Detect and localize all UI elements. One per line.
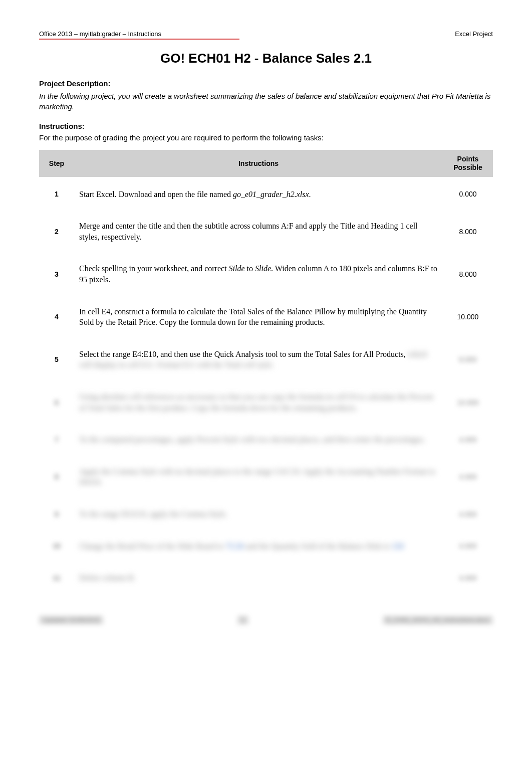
table-row: 3 Check spelling in your worksheet, and …	[39, 254, 493, 294]
page-header: Office 2013 – myitlab:grader – Instructi…	[39, 30, 493, 38]
table-row: 5 Select the range E4:E10, and then use …	[39, 340, 493, 379]
instr-text: .	[309, 190, 311, 199]
instr-emphasis: Slide	[255, 264, 271, 273]
header-underline	[39, 39, 239, 40]
instr-text: Select the range E4:E10, and then use th…	[79, 350, 406, 358]
instr-value: 75.50	[226, 542, 244, 550]
step-instruction: To the computed percentages, apply Perce…	[74, 425, 443, 454]
step-instruction: Check spelling in your worksheet, and co…	[74, 254, 443, 294]
step-instruction: Delete column B.	[74, 563, 443, 593]
table-row: 11 Delete column B. 4.000	[39, 563, 493, 593]
points-hidden: 4.000	[459, 574, 476, 582]
table-row: 1 Start Excel. Download and open the fil…	[39, 180, 493, 209]
instr-hidden-text: Apply the Comma Style with no decimal pl…	[79, 467, 435, 487]
step-points: 4.000	[443, 532, 493, 561]
steps-table: Step Instructions Points Possible 1 Star…	[39, 147, 493, 596]
step-number: 7	[39, 425, 74, 454]
points-hidden: 4.000	[459, 510, 476, 518]
table-row: 7 To the computed percentages, apply Per…	[39, 425, 493, 454]
step-num-hidden: 7	[55, 436, 59, 444]
step-number: 11	[39, 563, 74, 593]
table-row: 2 Merge and center the title and then th…	[39, 212, 493, 251]
step-instruction: Change the Retail Price of the Slide Boa…	[74, 532, 443, 561]
step-number: 3	[39, 254, 74, 294]
step-points: 10.000	[443, 382, 493, 422]
document-title: GO! ECH01 H2 - Balance Sales 2.1	[39, 51, 493, 66]
points-label-line2: Possible	[453, 163, 482, 171]
table-row: 9 To the range D5:E10, apply the Comma S…	[39, 500, 493, 529]
step-number: 8	[39, 457, 74, 497]
footer-right: E_CH01_GOV1_H2_Instructions.docx	[383, 616, 493, 625]
instr-text: Start Excel. Download and open the file …	[79, 190, 233, 199]
header-left-text: Office 2013 – myitlab:grader – Instructi…	[39, 30, 161, 38]
page-footer: Updated: 01/08/2015 1 E_CH01_GOV1_H2_Ins…	[39, 616, 493, 625]
points-hidden: 8.000	[459, 355, 476, 363]
table-row: 4 In cell E4, construct a formula to cal…	[39, 297, 493, 337]
table-row: 10 Change the Retail Price of the Slide …	[39, 532, 493, 561]
table-header-row: Step Instructions Points Possible	[39, 150, 493, 177]
instr-text: to	[245, 264, 255, 273]
step-number: 9	[39, 500, 74, 529]
step-instruction: Apply the Comma Style with no decimal pl…	[74, 457, 443, 497]
step-number: 5	[39, 340, 74, 379]
table-row: 6 Using absolute cell references as nece…	[39, 382, 493, 422]
step-num-hidden: 9	[55, 510, 59, 518]
project-description-heading: Project Description:	[39, 79, 493, 88]
instr-hidden-text: To the range D5:E10, apply the Comma Sty…	[79, 510, 227, 518]
step-points: 8.000	[443, 254, 493, 294]
instr-value: 150	[392, 542, 404, 550]
step-number: 2	[39, 212, 74, 251]
instr-text: and the Quantity Sold of the Balance Dis…	[244, 542, 392, 550]
step-instruction: Merge and center the title and then the …	[74, 212, 443, 251]
step-points: 4.000	[443, 425, 493, 454]
step-points: 4.000	[443, 500, 493, 529]
step-points: 10.000	[443, 297, 493, 337]
project-description-body: In the following project, you will creat…	[39, 91, 493, 112]
instructions-heading: Instructions:	[39, 122, 493, 130]
col-header-instructions: Instructions	[74, 150, 443, 177]
step-num-hidden: 10	[53, 542, 61, 550]
instr-text: Check spelling in your worksheet, and co…	[79, 264, 229, 273]
step-number: 10	[39, 532, 74, 561]
footer-center: 1	[237, 616, 249, 625]
step-points: 4.000	[443, 563, 493, 593]
instr-hidden-text: To the computed percentages, apply Perce…	[79, 435, 425, 444]
footer-left: Updated: 01/08/2015	[39, 616, 103, 625]
points-hidden: 10.000	[457, 399, 479, 407]
step-points: 8.000	[443, 212, 493, 251]
step-points: 0.000	[443, 180, 493, 209]
step-instruction: Using absolute cell references as necess…	[74, 382, 443, 422]
step-instruction: In cell E4, construct a formula to calcu…	[74, 297, 443, 337]
instructions-intro: For the purpose of grading the project y…	[39, 133, 493, 142]
header-right-text: Excel Project	[455, 30, 493, 38]
instr-text: Change the Retail Price of the Slide Boa…	[79, 542, 226, 550]
step-num-hidden: 11	[53, 574, 61, 582]
step-number: 6	[39, 382, 74, 422]
step-num-hidden: 8	[55, 473, 59, 481]
instr-hidden-text: Using absolute cell references as necess…	[79, 393, 433, 412]
table-row: 8 Apply the Comma Style with no decimal …	[39, 457, 493, 497]
points-hidden: 4.000	[459, 436, 476, 444]
instr-filename: go_e01_grader_h2.xlsx	[233, 190, 309, 199]
step-points: 4.000	[443, 457, 493, 497]
step-number: 4	[39, 297, 74, 337]
points-hidden: 4.000	[459, 542, 476, 550]
step-instruction: To the range D5:E10, apply the Comma Sty…	[74, 500, 443, 529]
points-hidden: 4.000	[459, 473, 476, 481]
col-header-points: Points Possible	[443, 150, 493, 177]
instr-emphasis: Silde	[229, 264, 245, 273]
step-number: 1	[39, 180, 74, 209]
col-header-step: Step	[39, 150, 74, 177]
points-label-line1: Points	[457, 155, 479, 163]
instr-hidden-text: Change the Retail Price of the Slide Boa…	[79, 542, 404, 550]
instr-hidden-text: Delete column B.	[79, 573, 135, 582]
step-instruction: Start Excel. Download and open the file …	[74, 180, 443, 209]
step-instruction: Select the range E4:E10, and then use th…	[74, 340, 443, 379]
step-points: 8.000	[443, 340, 493, 379]
step-num-hidden: 6	[55, 399, 59, 407]
